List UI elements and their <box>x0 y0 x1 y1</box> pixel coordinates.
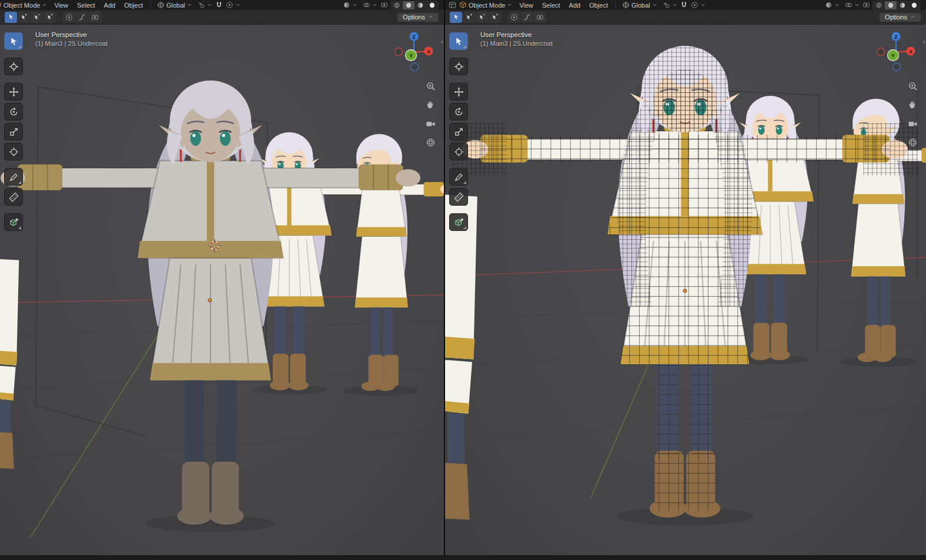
select-mode-difference-button[interactable] <box>489 12 501 23</box>
snap-dropdown[interactable] <box>660 1 680 9</box>
snap-dropdown[interactable] <box>195 1 215 9</box>
editor-type-icon[interactable] <box>449 1 456 9</box>
chevron-down-icon <box>507 2 512 8</box>
navigation-gizmo[interactable]: ZXY <box>391 28 437 76</box>
sidebar-toggle[interactable]: ‹ <box>923 38 925 46</box>
tool-measure-button[interactable] <box>4 188 23 206</box>
hand-icon[interactable] <box>424 99 436 110</box>
shading-rendered-button[interactable] <box>426 1 438 9</box>
tool-add-cube-button[interactable] <box>4 213 23 231</box>
zoom-icon[interactable] <box>424 80 436 92</box>
tool-annotate-button[interactable] <box>4 168 23 186</box>
select-mode-new-button[interactable] <box>450 12 462 23</box>
separator <box>616 2 616 9</box>
tool-move-button[interactable] <box>449 83 468 100</box>
proportional-edit-dropdown[interactable] <box>223 1 243 9</box>
viewport-3d[interactable]: User Perspective (1) Main3 | 2S.Undercoa… <box>445 25 926 555</box>
toolbar <box>4 32 23 231</box>
character-partial[interactable] <box>0 259 19 469</box>
xray-option-button[interactable] <box>534 12 546 23</box>
overlays-dropdown[interactable] <box>360 1 380 9</box>
magnet-icon[interactable] <box>215 1 223 9</box>
tool-settings-bar: Options <box>445 10 926 25</box>
shading-solid-button[interactable] <box>885 1 897 9</box>
falloff-option-button[interactable] <box>76 12 88 23</box>
chevron-down-icon <box>854 2 860 8</box>
proportional-option-button[interactable] <box>508 12 520 23</box>
tool-annotate-button[interactable] <box>449 168 468 186</box>
tool-select-box-button[interactable] <box>449 32 468 50</box>
pane-divider[interactable] <box>444 0 445 555</box>
viewport-3d[interactable]: User Perspective (1) Main3 | 2S.Undercoa… <box>0 25 444 555</box>
proportional-edit-icon <box>691 1 698 9</box>
scene-canvas[interactable] <box>445 25 926 555</box>
matcap-dropdown[interactable] <box>823 1 842 9</box>
tool-cursor-button[interactable] <box>449 58 468 75</box>
tool-select-box-button[interactable] <box>4 32 23 50</box>
xray-toggle-icon[interactable] <box>863 1 870 9</box>
chevron-down-icon <box>187 2 192 8</box>
shading-wireframe-button[interactable] <box>873 1 885 9</box>
menu-object[interactable]: Object <box>120 2 147 9</box>
proportional-edit-dropdown[interactable] <box>688 1 708 9</box>
shading-wireframe-button[interactable] <box>391 1 403 9</box>
select-mode-difference-button[interactable] <box>44 12 56 23</box>
tool-add-cube-button[interactable] <box>449 213 468 231</box>
menu-view[interactable]: View <box>50 2 72 9</box>
tool-cursor-button[interactable] <box>4 58 23 75</box>
options-button[interactable]: Options <box>879 12 921 22</box>
camera-icon[interactable] <box>424 118 436 129</box>
tool-rotate-button[interactable] <box>449 103 468 120</box>
menu-object[interactable]: Object <box>585 2 612 9</box>
tool-scale-button[interactable] <box>4 123 23 140</box>
character-partial[interactable] <box>445 194 477 519</box>
mode-dropdown[interactable]: Object Mode <box>457 1 514 9</box>
menu-view[interactable]: View <box>515 2 537 9</box>
scene-collection-label: (1) Main3 | 2S.Undercoat <box>480 40 553 47</box>
axis-neg-x-handle <box>877 48 885 56</box>
hand-icon[interactable] <box>907 99 918 110</box>
shading-material-button[interactable] <box>414 1 426 9</box>
mode-dropdown[interactable]: Object Mode <box>0 1 49 9</box>
tool-transform-button[interactable] <box>4 143 23 160</box>
select-mode-extend-button[interactable] <box>18 12 30 23</box>
falloff-option-button[interactable] <box>521 12 533 23</box>
xray-toggle-icon[interactable] <box>380 1 388 9</box>
select-mode-subtract-button[interactable] <box>476 12 488 23</box>
matcap-dropdown[interactable] <box>340 1 360 9</box>
orientation-dropdown[interactable]: Global <box>620 1 660 9</box>
grid-sphere-icon[interactable] <box>424 136 436 148</box>
snap-target-icon <box>663 1 670 9</box>
shading-material-button[interactable] <box>897 1 908 9</box>
menu-select[interactable]: Select <box>538 2 564 9</box>
sidebar-toggle[interactable]: ‹ <box>441 38 443 46</box>
navigation-gizmo[interactable]: ZXY <box>873 28 919 76</box>
options-button[interactable]: Options <box>397 12 439 22</box>
grid-sphere-icon[interactable] <box>907 136 918 148</box>
select-mode-new-button[interactable] <box>5 12 17 23</box>
menu-add[interactable]: Add <box>100 2 120 9</box>
magnet-icon[interactable] <box>680 1 688 9</box>
select-mode-extend-button[interactable] <box>463 12 475 23</box>
tool-move-button[interactable] <box>4 83 23 100</box>
proportional-option-button[interactable] <box>63 12 75 23</box>
menu-select[interactable]: Select <box>73 2 99 9</box>
zoom-icon[interactable] <box>907 80 918 92</box>
tool-scale-button[interactable] <box>449 123 468 140</box>
menu-add[interactable]: Add <box>565 2 585 9</box>
tool-measure-button[interactable] <box>449 188 468 206</box>
orientation-dropdown[interactable]: Global <box>155 1 195 9</box>
xray-option-button[interactable] <box>89 12 101 23</box>
tool-rotate-button[interactable] <box>4 103 23 120</box>
object-mode-icon <box>0 1 2 9</box>
overlays-dropdown[interactable] <box>843 1 862 9</box>
options-label: Options <box>885 14 907 21</box>
character-model-wireframe[interactable] <box>452 46 918 525</box>
shading-rendered-button[interactable] <box>908 1 920 9</box>
overlays-icon <box>845 1 853 9</box>
camera-icon[interactable] <box>907 118 918 129</box>
shading-solid-button[interactable] <box>403 1 414 9</box>
select-mode-subtract-button[interactable] <box>31 12 43 23</box>
tool-transform-button[interactable] <box>449 143 468 160</box>
scene-canvas[interactable] <box>0 25 444 555</box>
